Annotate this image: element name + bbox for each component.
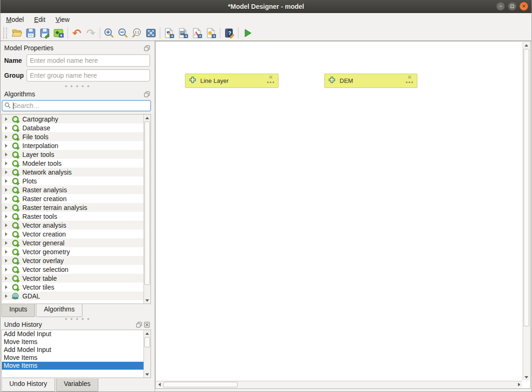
float-panel-icon[interactable] — [144, 91, 150, 97]
algorithm-group-row[interactable]: Plots — [2, 176, 143, 185]
close-button[interactable]: ✕ — [519, 2, 528, 11]
expand-chevron-icon[interactable] — [5, 153, 7, 156]
close-panel-icon[interactable] — [144, 322, 150, 328]
undo-history-item[interactable]: Move Items — [2, 354, 143, 362]
save-model-button[interactable] — [24, 27, 38, 40]
undo-history-item[interactable]: Move Items — [2, 338, 143, 346]
expand-chevron-icon[interactable] — [5, 285, 7, 289]
model-group-input[interactable] — [27, 69, 150, 81]
scroll-up-icon[interactable] — [525, 44, 528, 47]
float-panel-icon[interactable] — [144, 45, 150, 51]
expand-chevron-icon[interactable] — [5, 268, 7, 271]
model-input-node-dem[interactable]: DEM ✕ ●●● — [324, 74, 417, 88]
undo-history-item[interactable]: Add Model Input — [2, 330, 143, 338]
expand-chevron-icon[interactable] — [5, 188, 7, 192]
undo-history-item[interactable]: Move Items — [2, 362, 143, 370]
expand-chevron-icon[interactable] — [5, 259, 7, 263]
expand-chevron-icon[interactable] — [5, 162, 7, 165]
expand-chevron-icon[interactable] — [5, 294, 7, 298]
expand-chevron-icon[interactable] — [5, 117, 7, 121]
export-as-image-button[interactable] — [176, 27, 190, 40]
algorithm-group-row[interactable]: Vector analysis — [2, 221, 143, 230]
remove-node-icon[interactable]: ✕ — [407, 74, 412, 80]
bottom-tab[interactable]: Variables — [56, 378, 98, 392]
undo-scrollbar-thumb[interactable] — [144, 337, 150, 347]
algorithm-group-row[interactable]: Interpolation — [2, 141, 143, 150]
minimize-button[interactable]: − — [496, 2, 505, 11]
titlebar[interactable]: *Model Designer - model − ✕ — [0, 0, 532, 13]
panel-splitter[interactable]: ● ● ● ● ● — [0, 317, 155, 321]
model-input-node-line-layer[interactable]: Line Layer ✕ ●●● — [185, 74, 279, 88]
algorithm-group-row[interactable]: Modeler tools — [2, 159, 143, 168]
expand-chevron-icon[interactable] — [5, 206, 7, 210]
expand-chevron-icon[interactable] — [5, 215, 7, 218]
algorithm-group-row[interactable]: GDAL — [2, 291, 143, 300]
algorithm-group-row[interactable]: File tools — [2, 132, 143, 141]
expand-chevron-icon[interactable] — [5, 126, 7, 130]
algorithm-group-row[interactable]: Raster terrain analysis — [2, 203, 143, 212]
scroll-down-icon[interactable] — [145, 373, 149, 376]
expand-chevron-icon[interactable] — [5, 135, 7, 139]
model-name-input[interactable] — [27, 54, 150, 67]
algorithm-group-row[interactable]: Vector overlay — [2, 256, 143, 265]
canvas-vertical-scrollbar[interactable] — [523, 42, 530, 380]
float-panel-icon[interactable] — [136, 322, 142, 328]
expand-chevron-icon[interactable] — [5, 197, 7, 201]
expand-chevron-icon[interactable] — [5, 277, 7, 280]
zoom-full-button[interactable] — [144, 27, 158, 40]
algorithm-group-row[interactable]: Vector general — [2, 238, 143, 247]
zoom-actual-size-button[interactable]: 1:1 — [130, 27, 144, 40]
zoom-out-button[interactable] — [116, 27, 130, 40]
export-as-python-button[interactable] — [162, 27, 176, 40]
expand-chevron-icon[interactable] — [5, 223, 7, 227]
algorithm-group-row[interactable]: Database — [2, 123, 143, 132]
canvas-hscroll-thumb[interactable] — [163, 382, 238, 387]
menu-item[interactable]: Edit — [34, 16, 45, 23]
remove-node-icon[interactable]: ✕ — [268, 74, 273, 80]
dock-tab[interactable]: Algorithms — [36, 304, 82, 317]
dock-tab[interactable]: Inputs — [1, 304, 35, 317]
algorithm-group-row[interactable]: Vector selection — [2, 265, 143, 274]
expand-chevron-icon[interactable] — [5, 241, 7, 245]
zoom-in-button[interactable] — [102, 27, 116, 40]
toolbar-drag-handle[interactable] — [3, 27, 7, 39]
undo-scrollbar[interactable] — [143, 330, 150, 378]
scroll-down-icon[interactable] — [525, 376, 528, 378]
help-button[interactable]: ? — [222, 27, 236, 40]
canvas-horizontal-scrollbar[interactable] — [156, 381, 522, 388]
redo-button[interactable]: ↷ — [84, 27, 98, 40]
scroll-down-icon[interactable] — [145, 299, 149, 302]
maximize-button[interactable] — [508, 2, 517, 11]
scroll-left-icon[interactable] — [158, 383, 161, 386]
model-canvas[interactable]: Line Layer ✕ ●●● DEM ✕ ●●● — [155, 41, 531, 389]
menu-item[interactable]: View — [55, 16, 69, 23]
node-expand-icon[interactable]: ●●● — [406, 81, 414, 84]
algorithm-group-row[interactable]: Vector table — [2, 274, 143, 283]
algorithm-group-row[interactable]: Vector creation — [2, 230, 143, 238]
export-as-svg-button[interactable] — [204, 27, 218, 40]
expand-chevron-icon[interactable] — [5, 144, 7, 148]
undo-history-item[interactable]: Add Model Input — [2, 346, 143, 354]
tree-scrollbar-thumb[interactable] — [144, 122, 150, 285]
save-model-in-project-button[interactable] — [52, 27, 66, 40]
undo-button[interactable]: ↶ — [70, 27, 84, 40]
scroll-right-icon[interactable] — [518, 383, 520, 386]
scroll-up-icon[interactable] — [145, 332, 149, 335]
bottom-tab[interactable]: Undo History — [1, 378, 55, 392]
panel-splitter[interactable]: ● ● ● ● ● — [0, 83, 155, 89]
canvas-vscroll-thumb[interactable] — [524, 49, 529, 326]
algorithm-group-row[interactable]: Layer tools — [2, 150, 143, 159]
algorithm-group-row[interactable]: Raster analysis — [2, 185, 143, 194]
algorithm-search-input[interactable] — [11, 102, 149, 109]
tree-scrollbar[interactable] — [143, 115, 150, 304]
expand-chevron-icon[interactable] — [5, 250, 7, 254]
expand-chevron-icon[interactable] — [5, 170, 7, 174]
expand-chevron-icon[interactable] — [5, 232, 7, 236]
run-model-button[interactable] — [240, 27, 254, 40]
save-model-as-button[interactable] — [38, 27, 52, 40]
export-as-pdf-button[interactable]: A — [190, 27, 204, 40]
algorithm-group-row[interactable]: Vector tiles — [2, 283, 143, 291]
node-expand-icon[interactable]: ●●● — [267, 81, 275, 84]
menu-item[interactable]: Model — [6, 16, 24, 23]
scroll-up-icon[interactable] — [145, 117, 149, 119]
